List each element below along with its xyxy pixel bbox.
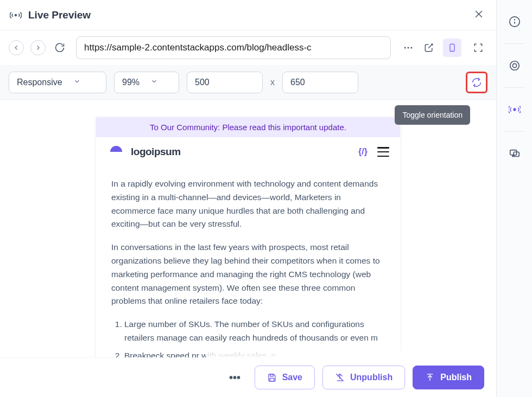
broadcast-sidebar-icon[interactable] <box>508 103 521 116</box>
svg-line-14 <box>428 44 433 48</box>
svg-point-4 <box>512 63 516 67</box>
responsive-mode-select[interactable]: Responsive <box>9 72 106 93</box>
width-input[interactable] <box>187 72 263 93</box>
external-link-button[interactable] <box>422 41 435 54</box>
unpublish-button[interactable]: Unpublish <box>322 366 405 389</box>
publish-button[interactable]: Publish <box>413 366 484 389</box>
json-icon[interactable]: {/} <box>358 147 368 157</box>
url-bar <box>0 30 496 65</box>
chevron-down-icon <box>73 78 81 87</box>
preview-header: logoipsum {/} <box>96 137 400 167</box>
dimension-separator: x <box>270 78 275 87</box>
svg-point-3 <box>510 61 519 71</box>
unpublish-button-label: Unpublish <box>350 373 392 382</box>
chevron-down-icon <box>150 78 158 87</box>
bottom-action-bar: ••• Save Unpublish Publish <box>0 357 496 397</box>
preview-banner[interactable]: To Our Community: Please read this impor… <box>96 117 400 137</box>
responsive-bar: Responsive 99% x <box>0 65 496 100</box>
logo-icon <box>107 145 125 159</box>
zoom-select[interactable]: 99% <box>114 72 179 93</box>
target-icon[interactable] <box>508 59 521 72</box>
header: Live Preview <box>0 0 496 30</box>
svg-point-2 <box>514 20 515 20</box>
svg-point-13 <box>410 47 412 49</box>
hamburger-menu[interactable] <box>377 147 389 157</box>
preview-paragraph-1: In a rapidly evolving environment with t… <box>111 177 385 231</box>
logo-text: logoipsum <box>131 146 353 158</box>
fullscreen-toggle[interactable] <box>469 39 487 57</box>
svg-point-11 <box>404 47 406 49</box>
mobile-device-toggle[interactable] <box>443 39 461 57</box>
publish-icon <box>425 373 435 382</box>
back-button[interactable] <box>9 40 24 55</box>
svg-point-12 <box>408 47 409 49</box>
more-actions-button[interactable]: ••• <box>223 366 247 389</box>
url-actions <box>402 39 487 57</box>
publish-button-label: Publish <box>440 373 472 382</box>
page-title: Live Preview <box>28 9 473 21</box>
main-area: Live Preview <box>0 0 496 397</box>
orientation-tooltip: Toggle orientation <box>395 105 470 125</box>
height-input[interactable] <box>282 72 358 93</box>
list-item: Large number of SKUs. The number of SKUs… <box>124 318 385 345</box>
save-button[interactable]: Save <box>255 366 315 389</box>
svg-point-5 <box>514 108 516 111</box>
chat-icon[interactable] <box>508 147 521 160</box>
svg-rect-19 <box>270 379 274 381</box>
svg-rect-17 <box>109 157 124 159</box>
zoom-label: 99% <box>122 78 140 87</box>
broadcast-icon <box>10 9 22 21</box>
info-icon[interactable] <box>508 15 521 28</box>
refresh-button[interactable] <box>52 40 67 55</box>
save-button-label: Save <box>282 373 302 382</box>
right-sidebar <box>496 0 532 397</box>
responsive-mode-label: Responsive <box>17 78 62 87</box>
save-icon <box>267 373 277 382</box>
unpublish-icon <box>335 373 345 382</box>
more-options-button[interactable] <box>402 41 415 54</box>
forward-button[interactable] <box>30 40 46 55</box>
url-input[interactable] <box>76 36 391 59</box>
close-button[interactable] <box>473 9 486 22</box>
svg-rect-18 <box>270 374 273 376</box>
svg-point-8 <box>15 14 17 16</box>
preview-paragraph-2: In conversations in the last few years w… <box>111 241 385 308</box>
toggle-orientation-button[interactable] <box>466 72 487 93</box>
